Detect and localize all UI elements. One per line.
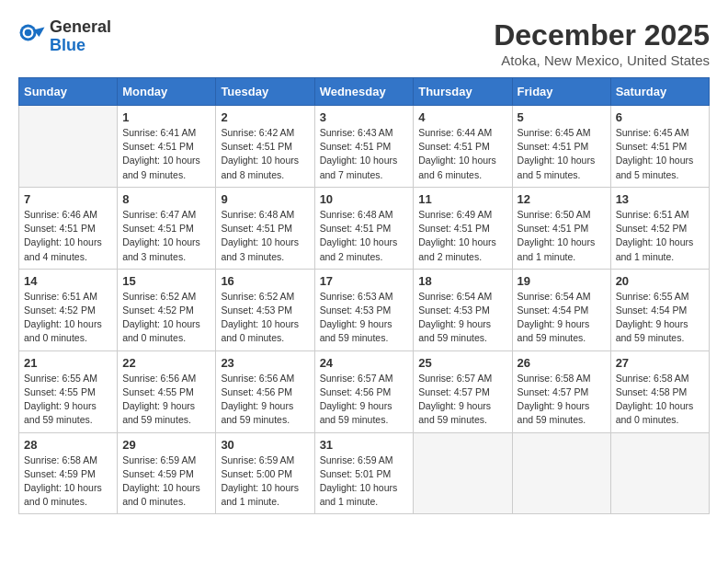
day-info: Sunrise: 6:57 AMSunset: 4:57 PMDaylight:… bbox=[418, 372, 506, 428]
day-cell: 21Sunrise: 6:55 AMSunset: 4:55 PMDayligh… bbox=[19, 350, 118, 432]
header-row: SundayMondayTuesdayWednesdayThursdayFrid… bbox=[19, 78, 710, 106]
day-cell: 25Sunrise: 6:57 AMSunset: 4:57 PMDayligh… bbox=[414, 350, 512, 432]
day-cell: 9Sunrise: 6:48 AMSunset: 4:51 PMDaylight… bbox=[216, 187, 314, 269]
day-number: 9 bbox=[221, 192, 309, 206]
day-cell: 19Sunrise: 6:54 AMSunset: 4:54 PMDayligh… bbox=[512, 269, 610, 350]
month-title: December 2025 bbox=[494, 18, 710, 52]
day-number: 15 bbox=[122, 274, 210, 288]
day-info: Sunrise: 6:56 AMSunset: 4:56 PMDaylight:… bbox=[221, 372, 309, 428]
column-header-sunday: Sunday bbox=[19, 78, 118, 106]
day-info: Sunrise: 6:50 AMSunset: 4:51 PMDaylight:… bbox=[518, 208, 606, 264]
day-cell: 12Sunrise: 6:50 AMSunset: 4:51 PMDayligh… bbox=[512, 187, 610, 269]
day-number: 4 bbox=[418, 110, 506, 124]
day-number: 1 bbox=[122, 110, 210, 124]
column-header-thursday: Thursday bbox=[414, 78, 512, 106]
location: Atoka, New Mexico, United States bbox=[494, 52, 710, 68]
day-number: 6 bbox=[616, 110, 704, 124]
day-number: 7 bbox=[24, 192, 112, 206]
day-number: 10 bbox=[320, 192, 409, 206]
day-cell: 15Sunrise: 6:52 AMSunset: 4:52 PMDayligh… bbox=[118, 269, 216, 350]
day-number: 8 bbox=[122, 192, 210, 206]
day-number: 21 bbox=[24, 356, 112, 370]
week-row-5: 28Sunrise: 6:58 AMSunset: 4:59 PMDayligh… bbox=[19, 432, 710, 514]
day-number: 19 bbox=[518, 274, 606, 288]
day-info: Sunrise: 6:49 AMSunset: 4:51 PMDaylight:… bbox=[418, 208, 506, 264]
day-number: 2 bbox=[221, 110, 309, 124]
logo-blue: Blue bbox=[50, 37, 111, 55]
day-info: Sunrise: 6:51 AMSunset: 4:52 PMDaylight:… bbox=[24, 290, 112, 346]
day-cell: 18Sunrise: 6:54 AMSunset: 4:53 PMDayligh… bbox=[414, 269, 512, 350]
day-cell: 13Sunrise: 6:51 AMSunset: 4:52 PMDayligh… bbox=[610, 187, 709, 269]
day-info: Sunrise: 6:51 AMSunset: 4:52 PMDaylight:… bbox=[616, 208, 704, 264]
day-number: 16 bbox=[221, 274, 309, 288]
day-cell: 7Sunrise: 6:46 AMSunset: 4:51 PMDaylight… bbox=[19, 187, 118, 269]
day-info: Sunrise: 6:45 AMSunset: 4:51 PMDaylight:… bbox=[616, 126, 704, 182]
page-header: General Blue December 2025 Atoka, New Me… bbox=[18, 18, 710, 68]
day-info: Sunrise: 6:58 AMSunset: 4:57 PMDaylight:… bbox=[518, 372, 606, 428]
day-cell: 26Sunrise: 6:58 AMSunset: 4:57 PMDayligh… bbox=[512, 350, 610, 432]
day-cell bbox=[512, 432, 610, 514]
day-number: 25 bbox=[418, 356, 506, 370]
day-cell: 29Sunrise: 6:59 AMSunset: 4:59 PMDayligh… bbox=[118, 432, 216, 514]
week-row-4: 21Sunrise: 6:55 AMSunset: 4:55 PMDayligh… bbox=[19, 350, 710, 432]
day-info: Sunrise: 6:57 AMSunset: 4:56 PMDaylight:… bbox=[320, 372, 409, 428]
day-number: 13 bbox=[616, 192, 704, 206]
logo-icon bbox=[18, 23, 46, 51]
day-info: Sunrise: 6:44 AMSunset: 4:51 PMDaylight:… bbox=[418, 126, 506, 182]
day-cell: 1Sunrise: 6:41 AMSunset: 4:51 PMDaylight… bbox=[118, 106, 216, 188]
logo-text: General Blue bbox=[50, 18, 111, 55]
day-info: Sunrise: 6:55 AMSunset: 4:54 PMDaylight:… bbox=[616, 290, 704, 346]
column-header-friday: Friday bbox=[512, 78, 610, 106]
day-cell: 8Sunrise: 6:47 AMSunset: 4:51 PMDaylight… bbox=[118, 187, 216, 269]
day-number: 23 bbox=[221, 356, 309, 370]
day-cell: 20Sunrise: 6:55 AMSunset: 4:54 PMDayligh… bbox=[610, 269, 709, 350]
week-row-3: 14Sunrise: 6:51 AMSunset: 4:52 PMDayligh… bbox=[19, 269, 710, 350]
day-cell: 22Sunrise: 6:56 AMSunset: 4:55 PMDayligh… bbox=[118, 350, 216, 432]
day-cell: 14Sunrise: 6:51 AMSunset: 4:52 PMDayligh… bbox=[19, 269, 118, 350]
day-cell: 2Sunrise: 6:42 AMSunset: 4:51 PMDaylight… bbox=[216, 106, 314, 188]
day-number: 3 bbox=[320, 110, 409, 124]
column-header-tuesday: Tuesday bbox=[216, 78, 314, 106]
logo-general: General bbox=[50, 18, 111, 37]
day-cell bbox=[414, 432, 512, 514]
day-info: Sunrise: 6:56 AMSunset: 4:55 PMDaylight:… bbox=[122, 372, 210, 428]
day-info: Sunrise: 6:52 AMSunset: 4:53 PMDaylight:… bbox=[221, 290, 309, 346]
day-cell: 16Sunrise: 6:52 AMSunset: 4:53 PMDayligh… bbox=[216, 269, 314, 350]
day-info: Sunrise: 6:46 AMSunset: 4:51 PMDaylight:… bbox=[24, 208, 112, 264]
week-row-1: 1Sunrise: 6:41 AMSunset: 4:51 PMDaylight… bbox=[19, 106, 710, 188]
day-number: 17 bbox=[320, 274, 409, 288]
day-info: Sunrise: 6:48 AMSunset: 4:51 PMDaylight:… bbox=[221, 208, 309, 264]
day-info: Sunrise: 6:59 AMSunset: 5:00 PMDaylight:… bbox=[221, 454, 309, 510]
day-number: 28 bbox=[24, 438, 112, 452]
day-cell: 5Sunrise: 6:45 AMSunset: 4:51 PMDaylight… bbox=[512, 106, 610, 188]
day-cell: 11Sunrise: 6:49 AMSunset: 4:51 PMDayligh… bbox=[414, 187, 512, 269]
day-cell: 6Sunrise: 6:45 AMSunset: 4:51 PMDaylight… bbox=[610, 106, 709, 188]
day-number: 29 bbox=[122, 438, 210, 452]
title-section: December 2025 Atoka, New Mexico, United … bbox=[494, 18, 710, 68]
svg-point-2 bbox=[25, 29, 32, 37]
day-info: Sunrise: 6:42 AMSunset: 4:51 PMDaylight:… bbox=[221, 126, 309, 182]
day-cell: 28Sunrise: 6:58 AMSunset: 4:59 PMDayligh… bbox=[19, 432, 118, 514]
day-number: 12 bbox=[518, 192, 606, 206]
day-info: Sunrise: 6:58 AMSunset: 4:59 PMDaylight:… bbox=[24, 454, 112, 510]
day-info: Sunrise: 6:59 AMSunset: 4:59 PMDaylight:… bbox=[122, 454, 210, 510]
week-row-2: 7Sunrise: 6:46 AMSunset: 4:51 PMDaylight… bbox=[19, 187, 710, 269]
day-number: 27 bbox=[616, 356, 704, 370]
day-info: Sunrise: 6:45 AMSunset: 4:51 PMDaylight:… bbox=[518, 126, 606, 182]
day-cell: 30Sunrise: 6:59 AMSunset: 5:00 PMDayligh… bbox=[216, 432, 314, 514]
day-number: 31 bbox=[320, 438, 409, 452]
day-number: 5 bbox=[518, 110, 606, 124]
day-number: 14 bbox=[24, 274, 112, 288]
day-cell: 10Sunrise: 6:48 AMSunset: 4:51 PMDayligh… bbox=[314, 187, 414, 269]
day-info: Sunrise: 6:54 AMSunset: 4:54 PMDaylight:… bbox=[518, 290, 606, 346]
day-cell bbox=[19, 106, 118, 188]
day-cell: 27Sunrise: 6:58 AMSunset: 4:58 PMDayligh… bbox=[610, 350, 709, 432]
column-header-monday: Monday bbox=[118, 78, 216, 106]
day-number: 24 bbox=[320, 356, 409, 370]
day-info: Sunrise: 6:55 AMSunset: 4:55 PMDaylight:… bbox=[24, 372, 112, 428]
column-header-wednesday: Wednesday bbox=[314, 78, 414, 106]
day-cell: 17Sunrise: 6:53 AMSunset: 4:53 PMDayligh… bbox=[314, 269, 414, 350]
day-cell bbox=[610, 432, 709, 514]
day-info: Sunrise: 6:52 AMSunset: 4:52 PMDaylight:… bbox=[122, 290, 210, 346]
day-cell: 3Sunrise: 6:43 AMSunset: 4:51 PMDaylight… bbox=[314, 106, 414, 188]
